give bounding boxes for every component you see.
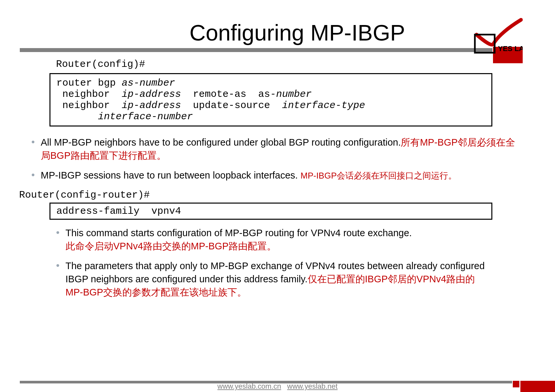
prompt-config-router: Router(config-router)# [19,189,555,201]
bullet-list-1: • All MP-BGP neighbors have to be config… [31,136,517,182]
footer-link-1[interactable]: www.yeslab.com.cn [217,382,281,390]
bullet-icon: • [56,259,60,272]
slide: Configuring MP-IBGP YES LAB Router(confi… [0,0,555,392]
code-line: interface-number [56,111,485,122]
list-item: • The parameters that apply only to MP-B… [56,259,492,299]
bullet-list-2: • This command starts configuration of M… [56,226,492,299]
footer-link-2[interactable]: www.yeslab.net [287,382,338,390]
list-item: • MP-IBGP sessions have to run between l… [31,169,517,182]
title-row: Configuring MP-IBGP YES LAB [0,20,555,45]
bullet-icon: • [31,136,35,148]
bullet-icon: • [56,226,60,239]
list-item: • This command starts configuration of M… [56,226,492,253]
code-block-1: router bgp as-number neighbor ip-address… [49,73,492,126]
footer: www.yeslab.com.cn www.yeslab.net [0,381,555,392]
prompt-config: Router(config)# [56,59,555,70]
code-block-2: address-family vpnv4 [49,203,492,220]
footer-links: www.yeslab.com.cn www.yeslab.net [217,382,337,391]
code-line: address-family vpnv4 [56,206,485,217]
page-title: Configuring MP-IBGP [190,20,405,45]
footer-accent-1 [513,381,519,387]
bullet-icon: • [31,169,35,181]
code-line: neighbor ip-address update-source interf… [56,100,485,111]
yeslab-logo: YES LAB [457,16,523,56]
bullet-text: All MP-BGP neighbors have to be configur… [41,136,517,162]
bullet-text: MP-IBGP sessions have to run between loo… [41,169,457,182]
bullet-text: This command starts configuration of MP-… [66,226,412,253]
logo-text: YES LAB [498,44,523,53]
list-item: • All MP-BGP neighbors have to be config… [31,136,517,162]
bullet-text: The parameters that apply only to MP-BGP… [66,259,492,299]
code-line: router bgp as-number [56,77,485,89]
divider-grey [20,48,492,52]
footer-accent-2 [520,381,555,392]
code-line: neighbor ip-address remote-as as-number [56,89,485,100]
